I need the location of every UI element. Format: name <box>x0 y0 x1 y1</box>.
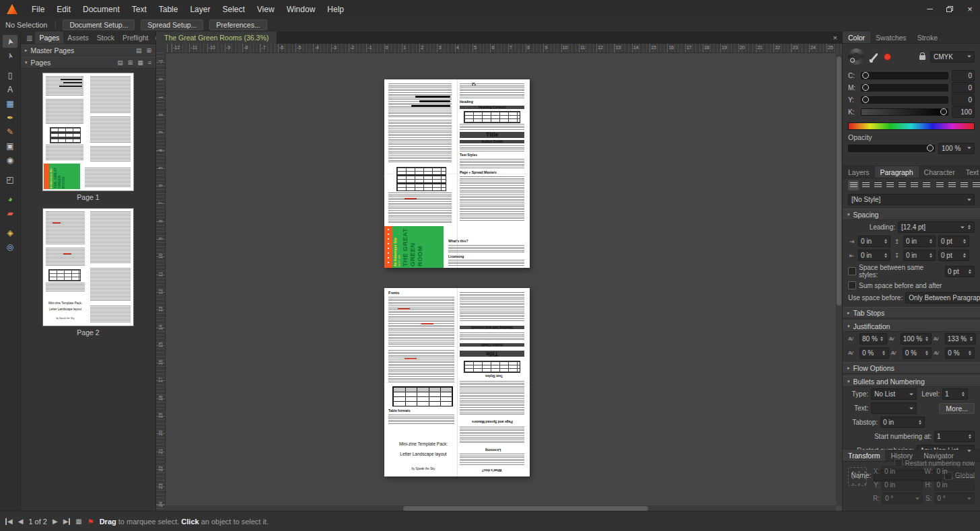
tab-paragraph[interactable]: Paragraph <box>875 166 919 178</box>
stepper[interactable] <box>917 420 922 425</box>
s-field[interactable]: 0 ° <box>934 493 975 504</box>
letter-spacing-max-field[interactable]: 0 % <box>945 347 975 359</box>
stepper[interactable] <box>969 337 973 341</box>
tab-stock[interactable]: Stock <box>93 32 118 44</box>
start-numbering-field[interactable]: 1 <box>934 431 975 442</box>
menu-view[interactable]: View <box>251 0 281 18</box>
spread-setup-button[interactable]: Spread Setup... <box>141 20 203 30</box>
tab-swatches[interactable]: Swatches <box>870 32 912 43</box>
collapse-icon[interactable]: ▸ <box>847 365 850 371</box>
tabstop-field[interactable]: 0 in <box>880 417 925 428</box>
justify-right-button[interactable] <box>909 180 919 190</box>
right-indent-field[interactable]: 0 in <box>858 250 890 261</box>
yellow-slider[interactable] <box>861 96 948 104</box>
node-tool[interactable]: ➢ <box>3 49 18 62</box>
pages-grid-icon[interactable]: ▤ <box>117 59 123 66</box>
shape-tool[interactable]: ◉ <box>3 153 18 166</box>
black-value-field[interactable]: 100 <box>952 106 975 118</box>
artistic-text-tool[interactable]: A <box>3 83 18 96</box>
sum-space-checkbox[interactable] <box>848 281 856 289</box>
pencil-tool[interactable]: ✎ <box>3 125 18 138</box>
align-away-spine-button[interactable] <box>946 180 957 190</box>
opacity-value-select[interactable]: 100 % <box>938 143 975 154</box>
tab-character[interactable]: Character <box>919 166 960 178</box>
vector-crop-tool[interactable]: ◰ <box>3 173 18 186</box>
justify-away-spine-button[interactable] <box>971 180 980 190</box>
collapse-icon[interactable]: ▾ <box>847 379 850 384</box>
letter-spacing-desired-field[interactable]: 0 % <box>903 347 932 359</box>
stepper[interactable] <box>962 239 967 244</box>
w-field[interactable]: 0 in <box>934 466 975 477</box>
anchor-point-selector[interactable] <box>848 467 867 486</box>
slider-knob[interactable] <box>927 145 934 151</box>
stepper[interactable] <box>924 351 929 355</box>
bullets-section-header[interactable]: ▾ Bullets and Numbering <box>843 376 980 387</box>
stepper[interactable] <box>962 253 967 258</box>
master-options-icon[interactable]: ⊞ <box>146 47 151 54</box>
color-swatch-red[interactable] <box>884 53 891 61</box>
menu-select[interactable]: Select <box>216 0 250 18</box>
tab-preflight[interactable]: Preflight <box>118 32 153 44</box>
colour-picker-tool[interactable]: ◕ <box>3 192 18 205</box>
transparency-tool[interactable]: ▰ <box>3 207 18 219</box>
left-indent-field[interactable]: 0 in <box>858 236 890 247</box>
r-field[interactable]: 0 ° <box>882 493 923 504</box>
tab-assets[interactable]: Assets <box>63 32 93 44</box>
canvas-page-1[interactable]: D Heading Heading Centred Title Author C… <box>384 79 530 268</box>
first-page-icon[interactable]: ◀ <box>5 518 13 525</box>
stepper[interactable] <box>883 239 888 244</box>
vertical-scroll-thumb[interactable] <box>837 57 841 306</box>
page-2-thumbnail[interactable]: Mini-zine Template Pack: Letter Landscap… <box>43 209 133 326</box>
green-cover-panel[interactable]: An Adventure Site by tin can THE GREAT G… <box>384 226 444 268</box>
ruler-vertical[interactable]: -101234567891011121314151617181920212223… <box>156 52 166 511</box>
stepper[interactable] <box>967 269 972 274</box>
first-line-indent-field[interactable]: 0 in <box>903 236 936 247</box>
horizontal-scroll-thumb[interactable] <box>403 506 648 511</box>
leading-select[interactable]: [12.4 pt] <box>898 221 975 233</box>
collapse-icon[interactable]: ▾ <box>847 324 850 329</box>
magenta-slider[interactable] <box>861 84 948 92</box>
list-type-select[interactable]: No List <box>871 388 917 400</box>
letter-spacing-min-field[interactable]: 0 % <box>860 347 889 359</box>
h-field[interactable]: 0 in <box>934 479 975 491</box>
add-master-icon[interactable]: ▤ <box>136 47 142 54</box>
cyan-slider[interactable] <box>861 72 948 79</box>
yellow-value-field[interactable]: 0 <box>952 94 975 106</box>
collapse-icon[interactable]: ▾ <box>847 212 850 217</box>
eyedropper-icon[interactable] <box>871 52 878 61</box>
panel-icon[interactable]: ▥ <box>24 34 35 42</box>
frame-text-tool[interactable]: ▯ <box>3 69 18 81</box>
last-page-icon[interactable]: ▶ <box>63 518 71 525</box>
stepper[interactable] <box>967 434 972 439</box>
tab-pages[interactable]: Pages <box>35 32 63 44</box>
tab-stroke[interactable]: Stroke <box>912 32 943 43</box>
justification-section-header[interactable]: ▾ Justification <box>843 320 980 332</box>
menu-window[interactable]: Window <box>281 0 322 18</box>
align-left-button[interactable] <box>848 180 859 190</box>
justify-toward-spine-button[interactable] <box>958 180 969 190</box>
space-between-field[interactable]: 0 pt <box>945 266 975 277</box>
tab-color[interactable]: Color <box>843 32 870 43</box>
vertical-scrollbar[interactable] <box>836 52 842 505</box>
menu-help[interactable]: Help <box>321 0 350 18</box>
stepper[interactable] <box>960 392 965 396</box>
use-space-select[interactable]: Only Between Paragraphs <box>905 292 980 304</box>
hue-spectrum-slider[interactable] <box>848 122 975 130</box>
stepper[interactable] <box>967 351 972 355</box>
pen-tool[interactable]: ✒ <box>3 111 18 124</box>
flow-options-section-header[interactable]: ▸ Flow Options <box>843 362 980 374</box>
pages-menu-icon[interactable]: ≡ <box>148 59 151 66</box>
menu-file[interactable]: File <box>26 0 50 18</box>
close-button[interactable]: × <box>960 0 980 18</box>
tab-layers[interactable]: Layers <box>843 166 875 178</box>
magenta-value-field[interactable]: 0 <box>952 82 975 94</box>
ruler-horizontal[interactable]: -12-11-10-9-8-7-6-5-4-3-2-10123456789101… <box>165 44 842 53</box>
align-right-button[interactable] <box>872 180 883 190</box>
menu-edit[interactable]: Edit <box>50 0 77 18</box>
menu-text[interactable]: Text <box>126 0 153 18</box>
page-2-label[interactable]: Page 2 <box>21 328 155 337</box>
collapse-icon[interactable]: ▸ <box>25 48 28 53</box>
stepper[interactable] <box>928 239 933 244</box>
close-document-icon[interactable]: × <box>833 34 837 42</box>
level-field[interactable]: 1 <box>942 388 968 400</box>
